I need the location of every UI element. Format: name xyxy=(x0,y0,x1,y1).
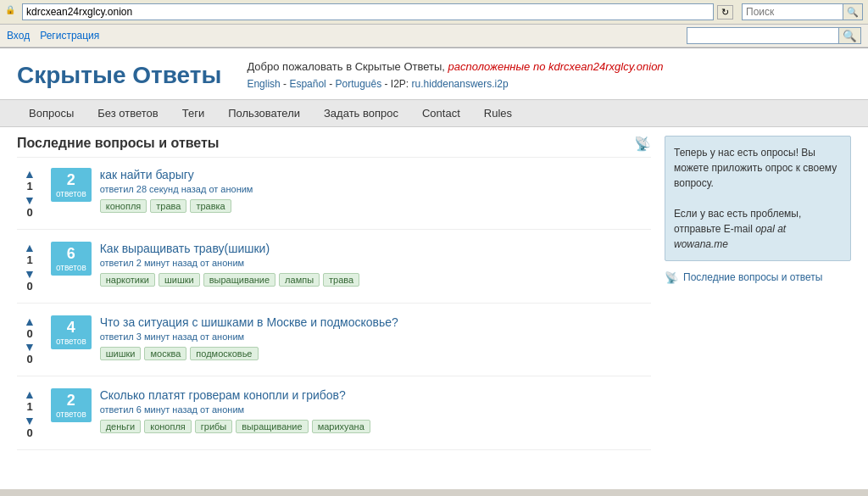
question-meta-1: ответил 28 секунд назад от аноним xyxy=(100,184,651,194)
tags-4: деньги конопля грибы выращивание марихуа… xyxy=(100,420,651,433)
browser-toolbar: Вход Регистрация 🔍 xyxy=(0,25,868,47)
site-logo: Скрытые Ответы xyxy=(17,62,221,89)
address-input[interactable] xyxy=(22,3,714,20)
question-body-2: Как выращивать траву(шишки) ответил 2 ми… xyxy=(100,242,651,287)
vote-count-up-3: 0 xyxy=(26,327,32,342)
sidebar: Теперь у нас есть опросы! Вы можете прил… xyxy=(665,136,851,462)
vote-up-3[interactable]: ▲ xyxy=(24,315,36,327)
question-body-3: Что за ситуация с шишками в Москве и под… xyxy=(100,315,651,360)
vote-box-4: ▲ 1 ▼ 0 xyxy=(17,388,42,441)
nav-item-questions: Вопросы xyxy=(17,100,86,126)
tag[interactable]: выращивание xyxy=(236,420,308,433)
vote-count-down-1: 0 xyxy=(26,206,32,220)
vote-down-4[interactable]: ▼ xyxy=(24,415,36,426)
question-item: ▲ 1 ▼ 0 6 ответов Как выращивать траву(ш… xyxy=(17,242,651,304)
tag[interactable]: выращивание xyxy=(203,273,275,287)
nav-link-users[interactable]: Пользователи xyxy=(216,100,312,126)
answer-count-box-4: 2 ответов xyxy=(51,388,92,422)
tag[interactable]: конопля xyxy=(100,199,147,213)
tag[interactable]: марихуана xyxy=(312,420,370,433)
main-container: Последние вопросы и ответы 📡 ▲ 1 ▼ 0 2 о… xyxy=(0,127,868,471)
site-header: Скрытые Ответы Добро пожаловать в Скрыты… xyxy=(0,48,868,99)
address-bar: 🔒 ↻ 🔍 xyxy=(0,0,868,25)
nav-list: Вопросы Без ответов Теги Пользователи За… xyxy=(17,100,851,126)
question-meta-3: ответил 3 минут назад от аноним xyxy=(100,332,651,342)
answer-count-label-1: ответов xyxy=(56,189,86,198)
tag[interactable]: грибы xyxy=(195,420,232,433)
lang-english-link[interactable]: English xyxy=(247,78,280,90)
lang-portugues-link[interactable]: Português xyxy=(335,78,381,90)
nav-item-rules: Rules xyxy=(472,100,524,126)
vote-down-2[interactable]: ▼ xyxy=(24,268,36,280)
tag[interactable]: трава xyxy=(323,273,359,287)
question-title-3[interactable]: Что за ситуация с шишками в Москве и под… xyxy=(100,315,398,329)
sidebar-info-text-1: Теперь у нас есть опросы! Вы можете прил… xyxy=(674,145,842,191)
vote-up-2[interactable]: ▲ xyxy=(24,242,36,254)
tag[interactable]: москва xyxy=(144,347,186,360)
question-title-2[interactable]: Как выращивать траву(шишки) xyxy=(100,242,270,255)
rss-icon[interactable]: 📡 xyxy=(634,136,651,152)
question-item: ▲ 1 ▼ 0 2 ответов Сколько платят гровера… xyxy=(17,388,651,450)
browser-chrome: 🔒 ↻ 🔍 Вход Регистрация 🔍 xyxy=(0,0,868,48)
register-link[interactable]: Регистрация xyxy=(40,30,99,42)
login-link[interactable]: Вход xyxy=(7,30,30,42)
question-body-4: Сколько платят гроверам конопли и грибов… xyxy=(100,388,651,433)
sidebar-rss-label: Последние вопросы и ответы xyxy=(683,271,822,283)
answer-count-box-2: 6 ответов xyxy=(51,242,92,276)
nav-link-contact[interactable]: Contact xyxy=(410,100,472,126)
question-item: ▲ 1 ▼ 0 2 ответов как найти барыгу ответ… xyxy=(17,168,651,230)
nav-item-contact: Contact xyxy=(410,100,472,126)
answer-count-num-4: 2 xyxy=(56,392,86,410)
answer-count-num-1: 2 xyxy=(56,171,86,189)
sidebar-rss-link[interactable]: 📡 Последние вопросы и ответы xyxy=(665,271,851,284)
vote-up-4[interactable]: ▲ xyxy=(24,388,36,400)
tag[interactable]: травка xyxy=(190,199,231,213)
refresh-button[interactable]: ↻ xyxy=(717,5,733,20)
tags-1: конопля трава травка xyxy=(100,199,651,213)
nav-link-tags[interactable]: Теги xyxy=(170,100,216,126)
tag[interactable]: шишки xyxy=(159,273,200,287)
tag[interactable]: конопля xyxy=(144,420,192,433)
toolbar-right: 🔍 xyxy=(687,27,861,44)
site-tagline: Добро пожаловать в Скрытые Ответы, распо… xyxy=(247,59,663,92)
question-meta-4: ответил 6 минут назад от аноним xyxy=(100,404,651,415)
favicon-icon: 🔒 xyxy=(5,5,19,19)
toolbar-search-input[interactable] xyxy=(687,27,839,44)
nav-link-questions[interactable]: Вопросы xyxy=(17,100,86,126)
browser-search-box: 🔍 xyxy=(742,3,863,20)
i2p-label: I2P: xyxy=(391,78,409,90)
nav-item-users: Пользователи xyxy=(216,100,312,126)
vote-down-3[interactable]: ▼ xyxy=(24,341,36,353)
answer-count-num-3: 4 xyxy=(56,319,86,337)
nav-item-unanswered: Без ответов xyxy=(86,100,170,126)
vote-up-1[interactable]: ▲ xyxy=(24,168,36,180)
browser-search-button[interactable]: 🔍 xyxy=(843,3,863,20)
nav-link-unanswered[interactable]: Без ответов xyxy=(86,100,170,126)
vote-count-down-4: 0 xyxy=(26,426,32,441)
vote-box-1: ▲ 1 ▼ 0 xyxy=(17,168,42,220)
question-title-1[interactable]: как найти барыгу xyxy=(100,168,194,181)
tag[interactable]: деньги xyxy=(100,420,142,433)
lang-espanol-link[interactable]: Español xyxy=(289,78,326,90)
main-content: Последние вопросы и ответы 📡 ▲ 1 ▼ 0 2 о… xyxy=(17,136,651,462)
i2p-link[interactable]: ru.hiddenanswers.i2p xyxy=(412,78,509,90)
nav-link-rules[interactable]: Rules xyxy=(472,100,524,126)
question-item: ▲ 0 ▼ 0 4 ответов Что за ситуация с шишк… xyxy=(17,315,651,377)
sidebar-info-text-2: Если у вас есть проблемы, отправьте E-ma… xyxy=(674,206,842,252)
toolbar-search-button[interactable]: 🔍 xyxy=(839,27,861,44)
tag[interactable]: шишки xyxy=(100,347,142,360)
tag[interactable]: трава xyxy=(150,199,186,213)
tag[interactable]: подмосковье xyxy=(190,347,258,360)
vote-box-3: ▲ 0 ▼ 0 xyxy=(17,315,42,368)
vote-down-1[interactable]: ▼ xyxy=(24,194,36,206)
tag[interactable]: наркотики xyxy=(100,273,155,287)
vote-count-down-2: 0 xyxy=(26,280,32,294)
tags-3: шишки москва подмосковье xyxy=(100,347,651,360)
browser-search-input[interactable] xyxy=(742,3,843,20)
question-title-4[interactable]: Сколько платят гроверам конопли и грибов… xyxy=(100,388,346,402)
lang-links: English - Español - Português - I2P: ru.… xyxy=(247,76,663,92)
nav-item-tags: Теги xyxy=(170,100,216,126)
tag[interactable]: лампы xyxy=(279,273,320,287)
nav-link-ask[interactable]: Задать вопрос xyxy=(312,100,410,126)
tags-2: наркотики шишки выращивание лампы трава xyxy=(100,273,651,287)
